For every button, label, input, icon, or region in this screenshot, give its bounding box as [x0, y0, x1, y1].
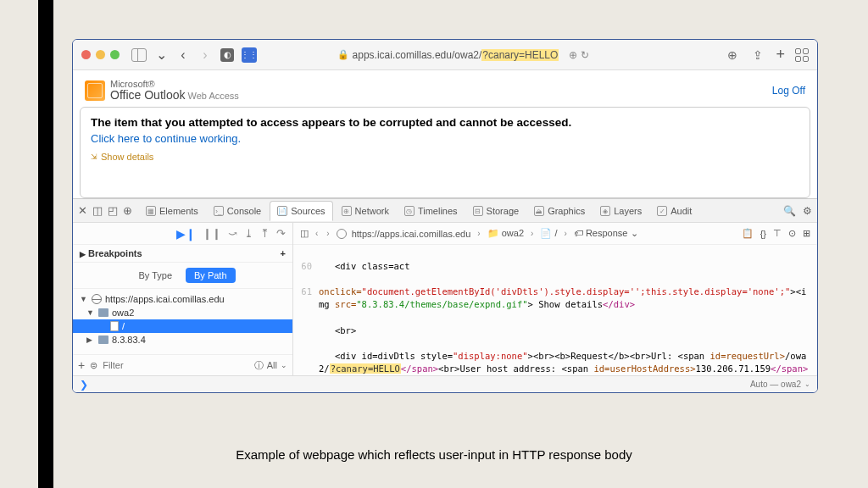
bc-response[interactable]: 🏷 Response ⌄: [574, 228, 638, 239]
step-into-button[interactable]: ⤓: [244, 227, 253, 240]
settings-gear-icon[interactable]: ⚙: [803, 205, 812, 217]
close-window-button[interactable]: [81, 50, 91, 59]
file-icon: [110, 321, 119, 331]
tree-owa2[interactable]: ▼owa2: [73, 306, 292, 319]
outlook-icon: [85, 80, 105, 101]
braces-icon[interactable]: {}: [760, 229, 766, 239]
bytype-pill[interactable]: By Type: [130, 268, 181, 283]
tab-network[interactable]: ⊕Network: [335, 201, 396, 221]
browser-window: ⌄ ‹ › ◐ ⋮⋮ 🔒 apps.icai.comillas.edu/owa2…: [72, 39, 818, 393]
inspect-icon[interactable]: ◰: [108, 204, 118, 217]
address-bar[interactable]: 🔒 apps.icai.comillas.edu/owa2/?canary=HE…: [319, 49, 607, 61]
error-heading: The item that you attempted to access ap…: [91, 116, 799, 129]
owa-logo: Microsoft® Office Outlook Web Access: [85, 79, 239, 102]
owa-title-suffix: Web Access: [188, 91, 239, 101]
minimize-window-button[interactable]: [96, 50, 105, 59]
url-text: apps.icai.comillas.edu/owa2/?canary=HELL…: [353, 49, 559, 61]
browser-toolbar: ⌄ ‹ › ◐ ⋮⋮ 🔒 apps.icai.comillas.edu/owa2…: [73, 40, 817, 70]
source-main: ◫ ‹ › https://apps.icai.comillas.edu › 📁…: [293, 223, 817, 375]
wrap-icon[interactable]: ⊙: [788, 228, 796, 239]
pause-button[interactable]: ❙❙: [203, 227, 221, 240]
tab-elements[interactable]: ▦Elements: [139, 201, 205, 221]
search-icon[interactable]: 🔍: [783, 205, 796, 217]
target-icon[interactable]: ⊕: [123, 204, 132, 217]
traffic-lights: [81, 50, 120, 59]
resume-button[interactable]: ▶❙: [176, 227, 196, 241]
filter-row: + ⊜ ⓘAll⌄: [73, 354, 292, 375]
format-icon[interactable]: ⊤: [773, 228, 782, 239]
source-tree: ▼https://apps.icai.comillas.edu ▼owa2 / …: [73, 289, 292, 354]
tab-console[interactable]: ›_Console: [207, 201, 268, 221]
add-resource-button[interactable]: +: [78, 358, 85, 372]
lock-icon: 🔒: [337, 49, 349, 60]
globe-icon: [337, 229, 347, 239]
maximize-window-button[interactable]: [110, 50, 120, 59]
filter-all-dropdown[interactable]: ⓘAll⌄: [254, 359, 287, 372]
bc-forward[interactable]: ›: [326, 229, 329, 238]
globe-icon: [92, 294, 102, 304]
bc-file[interactable]: 📄 /: [540, 228, 557, 239]
filter-mode-toggle: By Type By Path: [73, 263, 292, 289]
source-code[interactable]: 60 <div class=act 61onclick="document.ge…: [293, 245, 817, 375]
sources-sidebar: ▶❙ ❙❙ ⤻ ⤓ ⤒ ↷ ▶ Breakpoints + By Type By…: [73, 223, 293, 375]
tree-root-file[interactable]: /: [73, 319, 292, 333]
devtools-statusbar: ❯ Auto — owa2⌄: [73, 375, 817, 392]
tab-audit[interactable]: ✓Audit: [650, 201, 698, 221]
new-tab-button[interactable]: +: [776, 46, 785, 64]
tab-layers[interactable]: ◈Layers: [593, 201, 648, 221]
debug-controls: ▶❙ ❙❙ ⤻ ⤓ ⤒ ↷: [73, 223, 292, 245]
step-button[interactable]: ↷: [276, 227, 286, 240]
reader-icon[interactable]: ⊕: [569, 49, 577, 61]
bc-owa2[interactable]: 📁 owa2: [487, 228, 524, 239]
step-out-button[interactable]: ⤒: [260, 227, 270, 240]
nav-forward-button[interactable]: ›: [198, 47, 213, 63]
privacy-shield-icon[interactable]: ◐: [220, 47, 235, 63]
devtools-tabs: ✕ ◫ ◰ ⊕ ▦Elements ›_Console 📄Sources ⊕Ne…: [73, 199, 817, 223]
dropdown-chevron-icon[interactable]: ⌄: [153, 47, 169, 63]
bc-host[interactable]: https://apps.icai.comillas.edu: [352, 229, 471, 239]
tab-graphics[interactable]: ⛰Graphics: [527, 201, 592, 221]
owa-header: Microsoft® Office Outlook Web Access Log…: [73, 70, 817, 107]
tab-timelines[interactable]: ◷Timelines: [398, 201, 465, 221]
extension-icon[interactable]: ⋮⋮: [242, 47, 257, 63]
expand-icon: ⇲: [91, 152, 97, 161]
downloads-icon[interactable]: ⊕: [725, 47, 740, 63]
status-selector[interactable]: Auto — owa2⌄: [750, 380, 810, 389]
slide-stripe: [38, 0, 53, 488]
breakpoints-header[interactable]: ▶ Breakpoints +: [73, 245, 292, 263]
tab-storage[interactable]: ⊟Storage: [466, 201, 526, 221]
figure-caption: Example of webpage which reflects user-i…: [0, 447, 868, 462]
folder-icon: [98, 308, 108, 317]
bypath-pill[interactable]: By Path: [186, 268, 236, 283]
tab-overview-button[interactable]: [795, 48, 809, 62]
devtools-panel: ✕ ◫ ◰ ⊕ ▦Elements ›_Console 📄Sources ⊕Ne…: [73, 198, 817, 392]
sidebar-toggle-button[interactable]: [131, 47, 147, 63]
filter-icon: ⊜: [90, 360, 97, 371]
logoff-link[interactable]: Log Off: [772, 85, 805, 97]
bc-back[interactable]: ‹: [315, 229, 318, 238]
close-devtools-button[interactable]: ✕: [78, 204, 87, 217]
share-icon[interactable]: ⇪: [750, 47, 765, 63]
tree-root[interactable]: ▼https://apps.icai.comillas.edu: [73, 292, 292, 306]
source-breadcrumb: ◫ ‹ › https://apps.icai.comillas.edu › 📁…: [293, 223, 817, 245]
add-breakpoint-button[interactable]: +: [281, 248, 286, 258]
expand-console-icon[interactable]: ❯: [80, 379, 88, 391]
step-over-button[interactable]: ⤻: [228, 227, 237, 240]
dock-icon[interactable]: ◫: [92, 204, 103, 217]
copy-icon[interactable]: 📋: [742, 228, 754, 239]
tree-ip-folder[interactable]: ▶8.3.83.4: [73, 333, 292, 347]
error-panel: The item that you attempted to access ap…: [80, 107, 810, 198]
more-icon[interactable]: ⊞: [803, 228, 810, 239]
reload-button[interactable]: ↻: [581, 49, 589, 61]
toggle-sidebar-icon[interactable]: ◫: [300, 228, 309, 239]
filter-input[interactable]: [103, 360, 249, 370]
owa-title-main: Office Outlook: [110, 88, 185, 102]
nav-back-button[interactable]: ‹: [175, 47, 191, 63]
continue-link[interactable]: Click here to continue working.: [91, 132, 241, 145]
folder-icon: [98, 336, 108, 344]
show-details-toggle[interactable]: ⇲ Show details: [91, 152, 799, 162]
tab-sources[interactable]: 📄Sources: [270, 201, 332, 221]
